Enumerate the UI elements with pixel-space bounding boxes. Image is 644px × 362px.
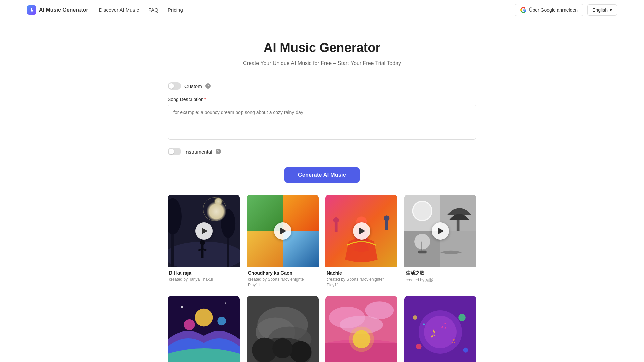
svg-text:♫: ♫ [440,319,448,330]
instrumental-toggle[interactable] [168,148,181,155]
play-overlay [404,195,476,267]
card-info: Nachle created by Sports "Movienighte" P… [325,267,397,289]
music-card[interactable]: Dil ka raja created by Tanya Thakur [168,195,240,289]
svg-point-58 [416,343,421,349]
generate-button[interactable]: Generate AI Music [284,167,360,183]
play-button[interactable] [432,222,449,240]
card-image-container [168,195,240,267]
svg-point-33 [195,308,213,326]
card-image-container [325,296,397,362]
nav-pricing[interactable]: Pricing [168,7,183,13]
svg-text:♪: ♪ [429,324,437,340]
play-overlay [168,195,240,267]
custom-info-icon[interactable]: ? [205,83,211,89]
card-title: 生活之歌 [406,270,475,276]
card-author: created by Sports "Movienighte" Play11 [248,277,317,288]
card-title: Dil ka raja [169,270,238,276]
card-image-container [247,195,319,267]
header: AI Music Generator Discover AI Music FAQ… [0,0,644,20]
instrumental-label: Instrumental [184,149,212,155]
google-btn-label: Über Google anmelden [529,7,578,13]
play-icon [438,228,444,234]
svg-point-50 [349,326,374,352]
music-card[interactable]: 生活之歌 created by 奈賊 [404,195,476,289]
svg-point-61 [463,347,468,352]
chevron-down-icon: ▾ [610,7,612,13]
card-image-container [404,195,476,267]
play-icon [202,228,208,234]
svg-point-30 [181,306,183,308]
card-art: ♪ ♫ ♩ ♬ [404,296,476,362]
svg-point-31 [225,302,226,304]
card-thumbnail [247,296,319,362]
instrumental-info-icon[interactable]: ? [216,149,221,154]
music-card[interactable] [325,296,397,362]
svg-text:♩: ♩ [422,318,426,326]
card-image-container: ♪ ♫ ♩ ♬ [404,296,476,362]
card-info: Dil ka raja created by Tanya Thakur [168,267,240,284]
instrumental-toggle-row: Instrumental ? [168,148,476,155]
play-button[interactable] [195,222,213,240]
svg-text:♬: ♬ [451,336,457,344]
language-label: English [592,7,608,13]
card-author: created by 奈賊 [406,277,475,283]
play-icon [359,228,365,234]
logo-icon [27,5,36,15]
card-thumbnail [325,296,397,362]
svg-point-60 [413,315,417,320]
svg-point-35 [217,317,226,325]
music-card[interactable]: Nachle created by Sports "Movienighte" P… [325,195,397,289]
music-card[interactable] [247,296,319,362]
main-nav: Discover AI Music FAQ Pricing [99,7,183,13]
play-overlay [247,195,319,267]
card-art [168,296,240,362]
custom-toggle[interactable] [168,82,181,90]
song-desc-label: Song Description* [168,97,476,102]
google-signin-button[interactable]: Über Google anmelden [515,4,583,16]
language-selector[interactable]: English ▾ [587,4,617,16]
svg-point-42 [290,341,312,362]
required-indicator: * [204,97,206,102]
play-button[interactable] [353,222,370,240]
nav-discover[interactable]: Discover AI Music [99,7,139,13]
card-title: Nachle [327,270,396,276]
play-icon [280,228,286,234]
card-author: created by Sports "Movienighte" Play11 [327,277,396,288]
card-art [247,296,319,362]
custom-toggle-row: Custom ? [168,82,476,90]
card-thumbnail [168,296,240,362]
play-overlay [325,195,397,267]
card-thumbnail: ♪ ♫ ♩ ♬ [404,296,476,362]
header-right: Über Google anmelden English ▾ [515,4,617,16]
song-description-input[interactable] [168,105,476,140]
google-icon [520,7,526,13]
music-card[interactable] [168,296,240,362]
generator-form: Custom ? Song Description* Instrumental … [168,82,476,362]
card-info: 生活之歌 created by 奈賊 [404,267,476,284]
hero-subtitle: Create Your Unique AI Music for Free – S… [168,60,476,66]
svg-point-43 [272,338,292,358]
card-art [325,296,397,362]
header-left: AI Music Generator Discover AI Music FAQ… [27,5,183,15]
music-cards-grid: Dil ka raja created by Tanya Thakur [168,195,476,362]
play-button[interactable] [274,222,291,240]
logo-link[interactable]: AI Music Generator [27,5,88,15]
music-card[interactable]: ♪ ♫ ♩ ♬ [404,296,476,362]
custom-label: Custom [184,83,202,89]
card-info: Choudhary ka Gaon created by Sports "Mov… [247,267,319,289]
card-image-container [325,195,397,267]
svg-point-59 [458,314,466,321]
song-description-field: Song Description* [168,97,476,141]
nav-faq[interactable]: FAQ [148,7,158,13]
main-content: AI Music Generator Create Your Unique AI… [161,20,483,362]
card-author: created by Tanya Thakur [169,277,238,282]
page-title: AI Music Generator [168,41,476,55]
card-image-container [168,296,240,362]
card-title: Choudhary ka Gaon [248,270,317,276]
card-image-container [247,296,319,362]
logo-text: AI Music Generator [39,7,88,13]
svg-point-34 [184,319,195,330]
music-card[interactable]: Choudhary ka Gaon created by Sports "Mov… [247,195,319,289]
